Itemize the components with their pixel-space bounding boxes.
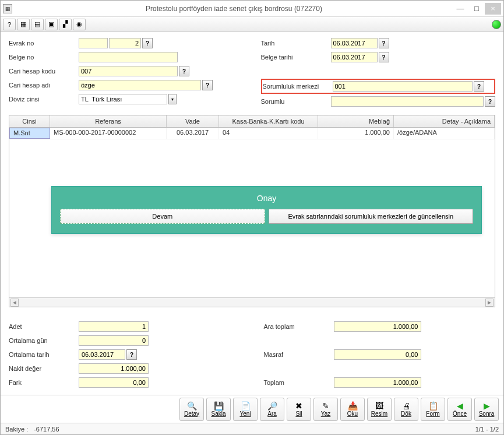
app-window: ▦ Protestolu portföyden iade senet çıkış…: [0, 0, 504, 435]
doviz-cinsi-field[interactable]: [79, 94, 167, 104]
belge-tarihi-field[interactable]: [331, 52, 378, 62]
detay-button[interactable]: 🔍Detay: [179, 398, 204, 421]
evrak-no-field[interactable]: [109, 38, 141, 48]
form-col-right: Tarih ? Belge tarihi ? Sorumluluk merkez…: [261, 37, 496, 109]
col-cinsi[interactable]: Cinsi: [9, 115, 50, 127]
resim-button[interactable]: 🖼Resim: [367, 398, 392, 421]
scroll-right-icon[interactable]: ►: [485, 299, 494, 307]
dok-button[interactable]: 🖨Dök: [394, 398, 418, 421]
cari-adi-help-icon[interactable]: ?: [202, 80, 213, 90]
cari-kodu-help-icon[interactable]: ?: [179, 66, 189, 76]
grid-body[interactable]: M.Snt MS-000-000-2017-00000002 06.03.201…: [9, 128, 495, 297]
search-icon: 🔎: [267, 402, 277, 410]
ortalama-tarih-field[interactable]: [79, 349, 125, 360]
tarih-field[interactable]: [331, 38, 378, 48]
nakit-deger-field[interactable]: [79, 363, 149, 374]
next-icon: ▶: [484, 402, 490, 410]
cell-detay: /özge/ADANA: [394, 128, 495, 139]
toolbar-options-icon[interactable]: ▦: [17, 19, 30, 30]
fark-field[interactable]: [79, 377, 149, 388]
new-icon: 📄: [241, 402, 251, 410]
sonra-button[interactable]: ▶Sonra: [474, 398, 499, 421]
sil-button[interactable]: ✖Sil: [287, 398, 311, 421]
col-kasa[interactable]: Kasa-Banka-K.Kartı kodu: [219, 115, 318, 127]
grid-header: Cinsi Referans Vade Kasa-Banka-K.Kartı k…: [9, 115, 495, 128]
toolbar: ? ▦ ▤ ▣ ▞ ◉: [1, 17, 503, 32]
data-grid: Cinsi Referans Vade Kasa-Banka-K.Kartı k…: [9, 115, 495, 307]
confirm-continue-button[interactable]: Devam: [60, 209, 265, 224]
label-belge-tarihi: Belge tarihi: [261, 54, 331, 61]
content-area: Evrak no ? Belge no Cari hesap kodu: [1, 32, 503, 395]
toplam-field[interactable]: [334, 377, 421, 388]
ortalama-tarih-help-icon[interactable]: ?: [126, 349, 137, 360]
col-referans[interactable]: Referans: [50, 115, 167, 127]
label-sorumlu: Sorumlu: [261, 98, 331, 105]
ara-toplam-field[interactable]: [334, 321, 421, 332]
cell-kasa: 04: [219, 128, 318, 139]
toolbar-record-icon[interactable]: ◉: [73, 19, 86, 30]
sorumluluk-help-icon[interactable]: ?: [474, 81, 484, 92]
yaz-button[interactable]: ✎Yaz: [313, 398, 338, 421]
window-controls: — □ ×: [452, 3, 501, 15]
delete-icon: ✖: [295, 402, 302, 410]
once-button[interactable]: ◀Önce: [447, 398, 472, 421]
read-icon: 📥: [348, 402, 358, 410]
sakla-button[interactable]: 💾Sakla: [206, 398, 231, 421]
close-button[interactable]: ×: [485, 3, 501, 15]
cari-hesap-kodu-field[interactable]: [79, 66, 178, 76]
belge-tarihi-help-icon[interactable]: ?: [379, 52, 389, 62]
label-belge-no: Belge no: [9, 54, 79, 61]
label-sorumluluk: Sorumluluk merkezi: [263, 83, 333, 90]
label-cari-hesap-kodu: Cari hesap kodu: [9, 68, 79, 75]
toolbar-excel-icon[interactable]: ▣: [45, 19, 58, 30]
label-masraf: Masraf: [264, 351, 334, 358]
sorumlu-help-icon[interactable]: ?: [485, 96, 495, 107]
belge-no-field[interactable]: [79, 52, 178, 62]
statusbar: Bakiye : -6717,56 1/1 - 1/2: [1, 423, 503, 434]
col-detay[interactable]: Detay - Açıklama: [394, 115, 495, 127]
doviz-dropdown-icon[interactable]: ▾: [168, 94, 177, 104]
sorumluluk-field[interactable]: [333, 81, 473, 92]
table-row[interactable]: M.Snt MS-000-000-2017-00000002 06.03.201…: [9, 128, 495, 139]
adet-field[interactable]: [79, 321, 149, 332]
ara-button[interactable]: 🔎Ara: [260, 398, 284, 421]
print-icon: 🖨: [402, 402, 410, 410]
cell-cinsi[interactable]: M.Snt: [9, 128, 50, 139]
prev-icon: ◀: [457, 402, 463, 410]
col-vade[interactable]: Vade: [167, 115, 219, 127]
toolbar-help-icon[interactable]: ?: [3, 19, 16, 30]
label-fark: Fark: [9, 379, 79, 386]
ortalama-gun-field[interactable]: [79, 335, 149, 346]
summary-area: Adet Ortalama gün Ortalama tarih? Nakit …: [9, 320, 495, 390]
app-icon: ▦: [3, 4, 12, 13]
form-col-left: Evrak no ? Belge no Cari hesap kodu: [9, 37, 244, 109]
confirm-overlay: Onay Devam Evrak satırlarındaki sorumlul…: [51, 186, 482, 234]
label-cari-hesap-adi: Cari hesap adı: [9, 82, 79, 89]
maximize-button[interactable]: □: [468, 3, 485, 15]
form-grid: Evrak no ? Belge no Cari hesap kodu: [9, 37, 495, 109]
grid-h-scrollbar[interactable]: ◄ ►: [9, 297, 495, 307]
toolbar-doc-icon[interactable]: ▤: [31, 19, 44, 30]
evrak-no-prefix-field[interactable]: [79, 38, 108, 48]
bakiye-value: -6717,56: [34, 426, 59, 433]
toolbar-chart-icon[interactable]: ▞: [59, 19, 72, 30]
minimize-button[interactable]: —: [452, 3, 468, 15]
sorumlu-field[interactable]: [331, 96, 484, 107]
masraf-field[interactable]: [334, 349, 421, 360]
label-adet: Adet: [9, 323, 79, 330]
yeni-button[interactable]: 📄Yeni: [233, 398, 258, 421]
scroll-left-icon[interactable]: ◄: [10, 299, 19, 307]
cari-hesap-adi-field[interactable]: [79, 80, 201, 90]
col-meblag[interactable]: Meblağ: [318, 115, 394, 127]
form-button[interactable]: 📋Form: [421, 398, 445, 421]
bottom-button-bar: 🔍Detay 💾Sakla 📄Yeni 🔎Ara ✖Sil ✎Yaz 📥Oku …: [1, 395, 503, 423]
label-ortalama-tarih: Ortalama tarih: [9, 351, 79, 358]
evrak-no-help-icon[interactable]: ?: [142, 38, 153, 48]
tarih-help-icon[interactable]: ?: [379, 38, 389, 48]
status-light-icon: [492, 20, 501, 29]
oku-button[interactable]: 📥Oku: [340, 398, 365, 421]
confirm-update-centers-button[interactable]: Evrak satırlarındaki sorumluluk merkezle…: [269, 209, 474, 224]
bakiye-label: Bakiye :: [5, 426, 28, 433]
cell-vade: 06.03.2017: [167, 128, 219, 139]
label-doviz-cinsi: Döviz cinsi: [9, 96, 79, 103]
